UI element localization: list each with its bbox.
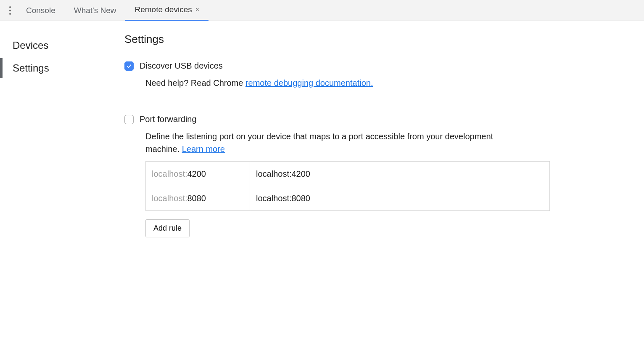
- port-forwarding-row: Port forwarding: [124, 114, 559, 124]
- port-forwarding-rules-table: localhost:4200 localhost:4200 localhost:…: [145, 161, 550, 211]
- sidebar-item-devices[interactable]: Devices: [0, 35, 113, 56]
- host-prefix: localhost:: [152, 169, 187, 179]
- local-address-cell[interactable]: localhost:4200: [250, 162, 549, 186]
- main-panel: Settings Discover USB devices Need help?…: [113, 21, 576, 237]
- tab-console[interactable]: Console: [17, 0, 65, 21]
- tab-whats-new[interactable]: What's New: [65, 0, 126, 21]
- local-address: localhost:8080: [256, 194, 310, 203]
- host-prefix: localhost:: [152, 194, 187, 203]
- sidebar-item-settings[interactable]: Settings: [0, 58, 113, 78]
- device-port: 4200: [187, 169, 206, 179]
- device-port-cell[interactable]: localhost:4200: [146, 162, 250, 186]
- more-options-icon[interactable]: [3, 4, 17, 17]
- drawer-tabbar: Console What's New Remote devices ×: [0, 0, 644, 21]
- sidebar: Devices Settings: [0, 21, 113, 81]
- local-address: localhost:4200: [256, 169, 310, 179]
- discover-usb-label: Discover USB devices: [140, 61, 223, 71]
- port-forwarding-checkbox[interactable]: [124, 115, 134, 124]
- port-forwarding-description: Define the listening port on your device…: [145, 130, 515, 155]
- discover-usb-row: Discover USB devices: [124, 61, 559, 71]
- port-forwarding-label: Port forwarding: [140, 114, 197, 124]
- tab-label: What's New: [74, 0, 116, 21]
- discover-help-text: Need help? Read Chrome remote debugging …: [145, 77, 559, 89]
- checkmark-icon: [126, 63, 132, 69]
- content-columns: Devices Settings Settings Discover USB d…: [0, 21, 644, 237]
- remote-debugging-doc-link[interactable]: remote debugging documentation.: [245, 78, 373, 88]
- add-rule-button[interactable]: Add rule: [145, 219, 190, 237]
- discover-usb-checkbox[interactable]: [124, 61, 134, 71]
- tab-label: Console: [26, 0, 55, 21]
- tab-label: Remote devices: [135, 0, 192, 20]
- help-prefix: Need help? Read Chrome: [145, 78, 245, 88]
- close-icon[interactable]: ×: [195, 0, 199, 20]
- tab-remote-devices[interactable]: Remote devices ×: [125, 0, 209, 21]
- device-port: 8080: [187, 194, 206, 203]
- local-address-cell[interactable]: localhost:8080: [250, 186, 549, 210]
- table-row[interactable]: localhost:4200 localhost:4200: [146, 162, 549, 186]
- learn-more-link[interactable]: Learn more: [182, 144, 225, 154]
- device-port-cell[interactable]: localhost:8080: [146, 186, 250, 210]
- table-row[interactable]: localhost:8080 localhost:8080: [146, 186, 549, 210]
- page-title: Settings: [124, 33, 559, 46]
